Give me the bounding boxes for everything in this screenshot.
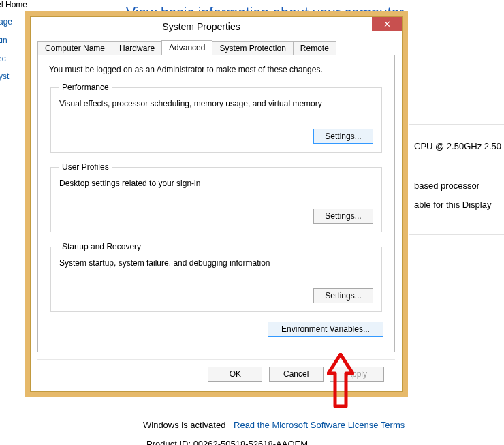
bg-separator (409, 124, 504, 125)
tab-panel-advanced: You must be logged on as an Administrato… (37, 55, 395, 352)
cancel-button[interactable]: Cancel (269, 367, 324, 382)
group-user-profiles-desc: Desktop settings related to your sign-in (59, 179, 373, 188)
dialog-title: System Properties (31, 21, 372, 32)
bg-activation-label: Windows is activated (143, 420, 225, 430)
tabstrip: Computer Name Hardware Advanced System P… (37, 39, 395, 55)
system-properties-dialog: System Properties ✕ Computer Name Hardwa… (30, 16, 403, 392)
group-performance: Performance Visual effects, processor sc… (50, 82, 382, 153)
tab-hardware[interactable]: Hardware (112, 41, 162, 55)
close-icon: ✕ (383, 19, 391, 29)
tab-computer-name[interactable]: Computer Name (37, 41, 112, 55)
bg-proc-text: based processor (414, 181, 479, 191)
tab-remote[interactable]: Remote (293, 41, 336, 55)
apply-button[interactable]: Apply (330, 367, 384, 382)
tab-advanced[interactable]: Advanced (161, 40, 212, 55)
bg-disp-text: able for this Display (414, 200, 491, 210)
group-startup-recovery: Startup and Recovery System startup, sys… (50, 242, 382, 312)
group-performance-desc: Visual effects, processor scheduling, me… (59, 99, 373, 108)
bg-license-link[interactable]: Read the Microsoft Software License Term… (234, 420, 405, 430)
startup-settings-button[interactable]: Settings... (313, 288, 373, 303)
admin-note: You must be logged on as an Administrato… (49, 65, 383, 74)
group-user-profiles: User Profiles Desktop settings related t… (50, 162, 382, 232)
bg-activation-row: Windows is activated Read the Microsoft … (143, 420, 405, 430)
bg-side-home: anel Home (0, 0, 49, 10)
group-startup-desc: System startup, system failure, and debu… (59, 258, 373, 268)
close-button[interactable]: ✕ (372, 17, 402, 31)
environment-variables-button[interactable]: Environment Variables... (268, 322, 383, 337)
performance-settings-button[interactable]: Settings... (313, 129, 373, 144)
ok-button[interactable]: OK (208, 367, 262, 382)
dialog-body: Computer Name Hardware Advanced System P… (31, 36, 402, 391)
titlebar[interactable]: System Properties ✕ (31, 17, 402, 36)
user-profiles-settings-button[interactable]: Settings... (313, 209, 373, 224)
bg-product-id: Product ID: 00262-50518-52618-AAOEM (146, 439, 308, 445)
dialog-buttonbar: OK Cancel Apply (37, 359, 395, 382)
tab-system-protection[interactable]: System Protection (212, 41, 293, 55)
group-performance-legend: Performance (59, 82, 112, 92)
bg-cpu-text: CPU @ 2.50GHz 2.50 (414, 141, 501, 151)
group-user-profiles-legend: User Profiles (59, 162, 112, 172)
group-startup-legend: Startup and Recovery (59, 242, 144, 251)
bg-separator (409, 234, 504, 235)
